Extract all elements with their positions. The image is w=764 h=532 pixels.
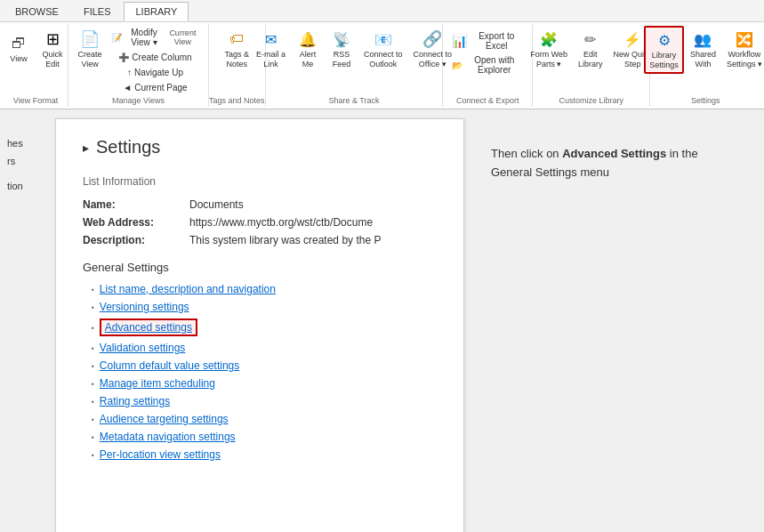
customize-label: Customize Library	[559, 96, 623, 105]
link-row-list-name: ▪ List name, description and navigation	[92, 283, 437, 295]
rss-feed-button[interactable]: 📡 RSSFeed	[326, 26, 358, 72]
alert-me-label: AlertMe	[300, 50, 317, 69]
ribbon-group-view-format-items: 🗗 View ⊞ QuickEdit	[3, 26, 68, 94]
connect-outlook-icon: 📧	[373, 28, 394, 50]
form-web-label: Form WebParts ▾	[530, 50, 567, 69]
sidebar-item-hes: hes	[0, 134, 55, 152]
quick-edit-icon: ⊞	[42, 28, 63, 50]
link-row-manage-item: ▪ Manage item scheduling	[92, 377, 437, 390]
settings-group-label: Settings	[691, 96, 720, 105]
ribbon: BROWSE FILES LIBRARY 🗗 View ⊞ QuickEdit …	[0, 0, 764, 109]
settings-arrow-icon: ▸	[83, 141, 89, 155]
current-page-button[interactable]: ◄ Current Page	[108, 80, 203, 94]
share-items: ✉ E-mail aLink 🔔 AlertMe 📡 RSSFeed 📧 Con…	[252, 26, 456, 94]
library-settings-button[interactable]: ⚙ LibrarySettings	[644, 26, 684, 74]
ribbon-group-view-format: 🗗 View ⊞ QuickEdit View Format	[4, 24, 68, 107]
left-sidebar: hes rs tion	[0, 109, 55, 532]
view-format-label: View Format	[13, 96, 58, 105]
new-quick-step-icon: ⚡	[622, 28, 643, 50]
email-link-button[interactable]: ✉ E-mail aLink	[252, 26, 290, 72]
list-info-description-value: This system library was created by the P	[189, 234, 381, 246]
tab-files[interactable]: FILES	[72, 2, 123, 21]
alert-me-button[interactable]: 🔔 AlertMe	[292, 26, 324, 72]
form-web-button[interactable]: 🧩 Form WebParts ▾	[526, 26, 572, 72]
modify-view-button[interactable]: 📝 Modify View ▾ Current View	[108, 26, 203, 49]
link-audience[interactable]: Audience targeting settings	[100, 413, 229, 425]
connect-office-icon: 🔗	[422, 28, 443, 50]
settings-panel: ▸ Settings List Information Name: Docume…	[55, 118, 464, 532]
form-web-icon: 🧩	[538, 28, 559, 50]
quick-edit-button[interactable]: ⊞ QuickEdit	[36, 26, 68, 72]
list-info-description-label: Description:	[83, 234, 189, 246]
manage-views-label: Manage Views	[112, 96, 165, 105]
navigate-up-label: Navigate Up	[134, 68, 183, 77]
export-excel-button[interactable]: 📊 Export to Excel	[448, 29, 527, 52]
ribbon-tab-bar: BROWSE FILES LIBRARY	[0, 0, 764, 22]
link-per-location[interactable]: Per-location view settings	[100, 448, 221, 461]
ribbon-group-settings: ⚙ LibrarySettings 👥 SharedWith 🔀 Workflo…	[650, 24, 760, 107]
library-settings-icon: ⚙	[654, 29, 675, 51]
link-row-column-default: ▪ Column default value settings	[92, 359, 437, 372]
connect-export-items: 📊 Export to Excel 📂 Open with Explorer	[448, 26, 527, 94]
link-versioning[interactable]: Versioning settings	[100, 301, 189, 313]
modify-view-label: Modify View ▾	[125, 28, 164, 47]
bullet-list-name: ▪	[92, 286, 94, 294]
connect-outlook-label: Connect toOutlook	[364, 50, 403, 69]
sidebar-item-rs: rs	[0, 152, 55, 170]
edit-library-label: EditLibrary	[578, 50, 603, 69]
list-info-name-row: Name: Documents	[83, 198, 437, 211]
navigate-up-icon: ↑	[127, 68, 132, 77]
list-info-webaddress-row: Web Address: https://www.myctb.org/wst/c…	[83, 216, 437, 229]
tab-library[interactable]: LIBRARY	[124, 2, 189, 21]
create-view-label: CreateView	[78, 50, 102, 69]
list-info-header: List Information	[83, 175, 437, 188]
link-list-name[interactable]: List name, description and navigation	[100, 283, 276, 295]
link-manage-item[interactable]: Manage item scheduling	[100, 377, 215, 390]
open-explorer-icon: 📂	[452, 60, 462, 70]
email-link-icon: ✉	[260, 28, 281, 50]
export-excel-label: Export to Excel	[470, 31, 523, 51]
link-validation[interactable]: Validation settings	[100, 342, 186, 354]
export-excel-icon: 📊	[452, 34, 467, 48]
list-info-name-value: Documents	[189, 198, 244, 211]
navigate-up-button[interactable]: ↑ Navigate Up	[108, 65, 203, 79]
manage-views-items: 📄 CreateView 📝 Modify View ▾ Current Vie…	[74, 26, 203, 94]
view-label: View	[10, 54, 27, 64]
open-explorer-button[interactable]: 📂 Open with Explorer	[448, 53, 527, 77]
create-column-button[interactable]: ➕ Create Column	[108, 50, 203, 64]
main-area: hes rs tion ▸ Settings List Information …	[0, 109, 764, 532]
link-rating[interactable]: Rating settings	[100, 395, 170, 407]
shared-with-icon: 👥	[692, 28, 713, 50]
settings-items: ⚙ LibrarySettings 👥 SharedWith 🔀 Workflo…	[644, 26, 764, 94]
instruction-area: Then click on Advanced Settings in the G…	[464, 109, 764, 532]
sidebar-item-tion: tion	[0, 177, 55, 195]
link-metadata[interactable]: Metadata navigation settings	[100, 431, 236, 443]
link-row-rating: ▪ Rating settings	[92, 395, 437, 407]
connect-outlook-button[interactable]: 📧 Connect toOutlook	[359, 26, 407, 72]
open-explorer-label: Open with Explorer	[465, 55, 523, 75]
view-button[interactable]: 🗗 View	[3, 26, 35, 70]
create-view-button[interactable]: 📄 CreateView	[74, 26, 106, 72]
modify-view-icon: 📝	[111, 33, 122, 43]
link-column-default[interactable]: Column default value settings	[100, 359, 239, 372]
library-settings-label: LibrarySettings	[649, 51, 679, 70]
sidebar-item-1	[0, 127, 55, 134]
connect-export-small: 📊 Export to Excel 📂 Open with Explorer	[448, 26, 527, 77]
edit-library-button[interactable]: ✏ EditLibrary	[574, 26, 607, 72]
settings-title-text: Settings	[96, 137, 160, 157]
workflow-settings-label: WorkflowSettings ▾	[727, 50, 762, 69]
quick-edit-label: QuickEdit	[43, 50, 63, 69]
link-advanced[interactable]: Advanced settings	[100, 318, 197, 336]
tags-button[interactable]: 🏷 Tags &Notes	[220, 26, 253, 72]
list-info-webaddress-label: Web Address:	[83, 216, 189, 229]
shared-with-button[interactable]: 👥 SharedWith	[686, 26, 720, 72]
current-page-icon: ◄	[123, 83, 132, 93]
tab-browse[interactable]: BROWSE	[4, 2, 70, 21]
bullet-validation: ▪	[92, 344, 94, 352]
sidebar-item-3	[0, 170, 55, 177]
rss-feed-icon: 📡	[331, 28, 352, 50]
create-column-icon: ➕	[118, 52, 129, 62]
workflow-settings-button[interactable]: 🔀 WorkflowSettings ▾	[722, 26, 764, 72]
ribbon-group-manage-views: 📄 CreateView 📝 Modify View ▾ Current Vie…	[68, 24, 209, 107]
current-view-value: Current View	[166, 28, 199, 46]
